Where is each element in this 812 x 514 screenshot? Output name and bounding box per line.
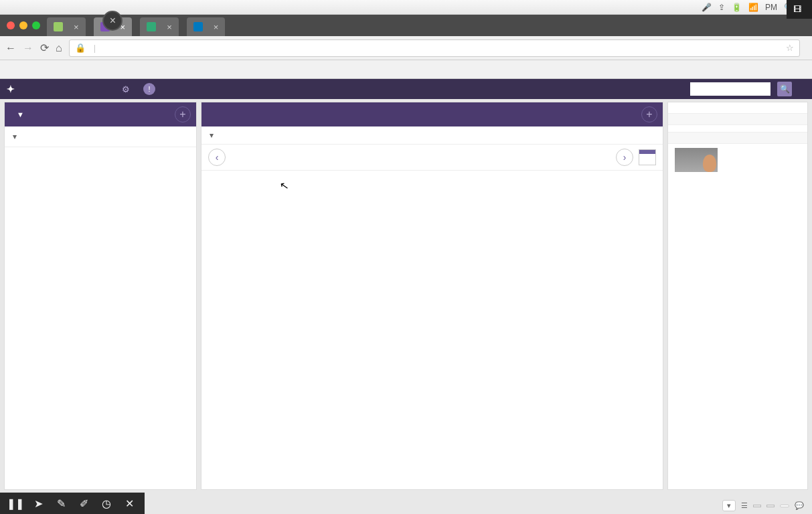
schedule-panel: + ▾ ‹ › <box>201 102 663 490</box>
battery-icon[interactable]: 🔋 <box>732 3 742 12</box>
reload-button[interactable]: ⟳ <box>40 41 49 54</box>
schedule-viewby[interactable]: ▾ <box>210 131 214 140</box>
mic-icon[interactable]: 🎤 <box>702 3 712 12</box>
tab-strip: × × × × × <box>0 15 812 36</box>
home-button[interactable]: ⌂ <box>56 42 62 54</box>
calendar-icon[interactable] <box>639 149 656 165</box>
close-icon[interactable]: × <box>167 22 172 32</box>
video-thumbnail-icon <box>675 148 718 172</box>
tab-c19hub[interactable]: × <box>140 17 179 36</box>
toolbar: ← → ⟳ ⌂ 🔒 | ☆ <box>0 36 812 60</box>
search-button[interactable]: 🔍 <box>777 82 792 96</box>
app-logo[interactable]: ✦ <box>7 84 15 94</box>
back-button[interactable]: ← <box>5 42 16 54</box>
add-appointment-button[interactable]: + <box>641 106 657 122</box>
pause-button[interactable]: ❚❚ <box>4 493 27 514</box>
prev-week-button[interactable]: ‹ <box>208 149 226 166</box>
training-video[interactable] <box>668 144 807 176</box>
status-bar: ▾ ☰ 💬 <box>722 500 804 511</box>
screencastify-controls: ❚❚ ➤ ✎ ✐ ◷ ✕ <box>0 493 145 514</box>
bookmark-star-icon[interactable]: ☆ <box>786 43 794 53</box>
patient-search-input[interactable] <box>690 82 770 96</box>
chevron-down-icon: ▾ <box>13 132 17 141</box>
app-navbar: ✦ ⚙ ! 🔍 <box>0 79 812 99</box>
pen-button[interactable]: ✎ <box>50 493 72 514</box>
training-heading <box>668 132 807 144</box>
lock-icon: 🔒 <box>75 43 86 53</box>
maximize-window-icon[interactable] <box>32 21 40 29</box>
film-icon: 🎞 <box>793 5 801 14</box>
address-bar[interactable]: 🔒 | ☆ <box>69 39 800 57</box>
notification-icon[interactable]: ! <box>143 83 155 95</box>
tasks-badge[interactable] <box>780 505 789 507</box>
empty-state <box>201 171 663 189</box>
wifi-icon[interactable]: 📶 <box>748 3 758 12</box>
clock-icon[interactable]: PM <box>765 3 777 12</box>
close-button[interactable]: ✕ <box>118 493 141 514</box>
add-inbox-button[interactable]: + <box>175 106 191 122</box>
inbox-panel: ▼ + ▾ <box>4 102 197 490</box>
close-icon[interactable]: × <box>74 22 79 32</box>
close-window-icon[interactable] <box>7 21 15 29</box>
marker-button[interactable]: ✐ <box>72 493 95 514</box>
inbox-header: ▼ + <box>5 102 196 126</box>
tab-learningradiology[interactable]: × <box>47 17 86 36</box>
inbox-viewby[interactable]: ▾ <box>5 126 196 147</box>
count-red[interactable] <box>766 505 775 507</box>
timer-button[interactable]: ◷ <box>95 493 118 514</box>
messages-heading <box>668 113 807 125</box>
tab-trello[interactable]: × <box>187 17 226 36</box>
network-panel <box>667 102 808 490</box>
presentation-close-icon[interactable]: × <box>102 11 123 31</box>
bookmarks-bar <box>0 60 812 79</box>
view-more-link[interactable] <box>668 125 807 132</box>
minimize-window-icon[interactable] <box>19 21 27 29</box>
day-strip: ‹ › <box>201 145 663 171</box>
status-icon[interactable]: ⇪ <box>718 3 725 12</box>
window-controls[interactable] <box>7 21 40 29</box>
schedule-header: + <box>201 102 663 126</box>
mac-menubar: 🎤 ⇪ 🔋 📶 PM 🔍 ≡ <box>0 0 812 15</box>
pointer-button[interactable]: ➤ <box>27 493 50 514</box>
chat-icon[interactable]: 💬 <box>795 501 804 510</box>
screencastify-badge: 🎞 <box>787 0 812 19</box>
count-blue[interactable] <box>753 505 761 507</box>
close-icon[interactable]: × <box>214 22 219 32</box>
tab-athenaclinicals[interactable]: × × <box>94 17 133 36</box>
next-week-button[interactable]: › <box>616 149 633 166</box>
status-icon[interactable]: ☰ <box>741 501 748 510</box>
gear-icon[interactable]: ⚙ <box>122 84 130 94</box>
chevron-down-icon[interactable]: ▼ <box>17 110 24 118</box>
office-selector[interactable]: ▾ <box>722 500 736 511</box>
forward-button[interactable]: → <box>23 42 33 54</box>
